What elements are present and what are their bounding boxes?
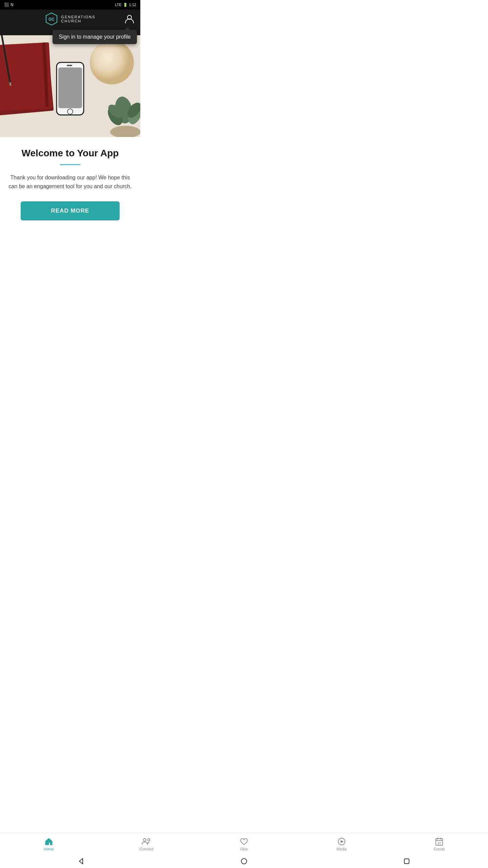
logo-name-text: GENERATIONS (61, 15, 95, 19)
desk-scene-svg (0, 35, 140, 137)
status-left: ⬛ N (4, 2, 14, 7)
read-more-button[interactable]: READ MORE (21, 201, 120, 220)
description-text: Thank you for downloading our app! We ho… (8, 173, 132, 191)
svg-text:GC: GC (48, 17, 55, 22)
svg-rect-12 (67, 65, 72, 66)
tooltip-container: Sign in to manage your profile (0, 28, 140, 35)
app-header: GC GENERATIONS CHURCH (0, 9, 140, 28)
welcome-title: Welcome to Your App (8, 148, 132, 159)
gc-logo-icon: GC (45, 12, 58, 26)
hero-image (0, 35, 140, 137)
battery-icon: 🔋 (123, 3, 128, 7)
notification-icon: ⬛ (4, 2, 9, 7)
svg-rect-11 (58, 67, 82, 108)
profile-button[interactable] (124, 14, 135, 24)
profile-icon (124, 14, 135, 24)
tooltip-text: Sign in to manage your profile (59, 34, 131, 40)
logo-church-text: CHURCH (61, 19, 95, 23)
signal-icon: N (11, 2, 14, 7)
title-divider (60, 164, 80, 165)
desk-scene (0, 35, 140, 137)
svg-point-9 (90, 40, 134, 84)
logo-text: GENERATIONS CHURCH (61, 15, 95, 23)
lte-label: LTE (115, 3, 121, 7)
time-label: 1:12 (129, 3, 136, 7)
status-bar: ⬛ N LTE 🔋 1:12 (0, 0, 140, 9)
main-content: Welcome to Your App Thank you for downlo… (0, 137, 140, 229)
sign-in-tooltip[interactable]: Sign in to manage your profile (53, 30, 137, 44)
status-right: LTE 🔋 1:12 (115, 3, 136, 7)
logo: GC GENERATIONS CHURCH (45, 12, 95, 26)
